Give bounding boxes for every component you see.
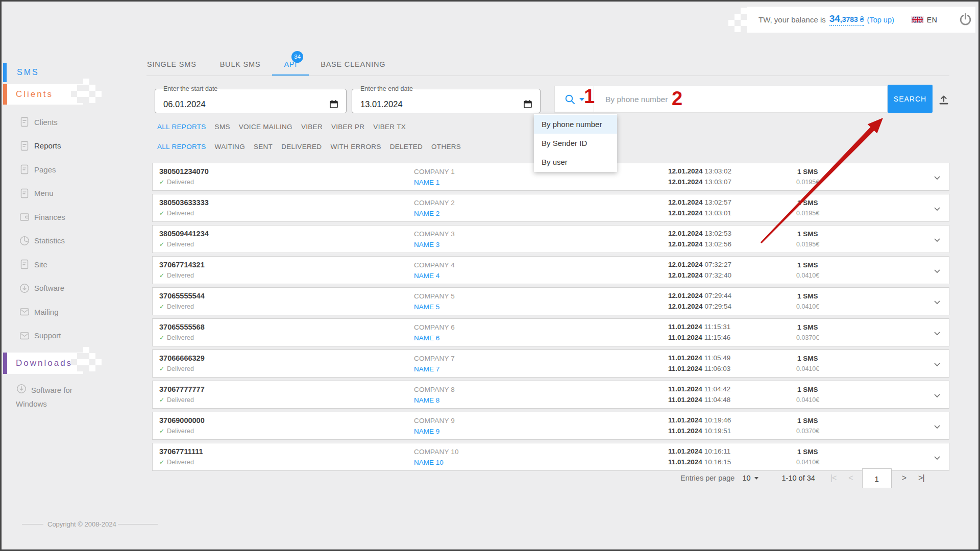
mail-icon bbox=[19, 306, 30, 317]
status-filter[interactable]: DELETED bbox=[390, 143, 423, 151]
pagination: Entries per page 10 1-10 of 34 |< < 1 > … bbox=[680, 467, 949, 489]
company-label: COMPANY 9 bbox=[414, 417, 455, 424]
status-filter[interactable]: WITH ERRORS bbox=[330, 143, 381, 151]
sidebar-item-software-for-windows[interactable]: Software for Windows bbox=[16, 383, 95, 411]
sidebar-item[interactable]: Clients bbox=[2, 110, 119, 134]
checker-deco bbox=[83, 359, 89, 365]
end-date-input[interactable] bbox=[360, 99, 488, 109]
status-filter[interactable]: SENT bbox=[254, 143, 273, 151]
sidebar-section-sms[interactable]: SMS bbox=[17, 63, 39, 82]
sender-name-link[interactable]: NAME 4 bbox=[414, 272, 439, 280]
sender-name-link[interactable]: NAME 6 bbox=[414, 334, 439, 342]
report-type-filter[interactable]: VOICE MAILING bbox=[239, 123, 292, 131]
search-type-dropdown: By phone number By Sender ID By user bbox=[534, 114, 617, 172]
sidebar-item-icon bbox=[19, 188, 30, 199]
report-type-filter[interactable]: ALL REPORTS bbox=[157, 123, 206, 131]
search-type-option[interactable]: By user bbox=[534, 153, 617, 171]
report-row[interactable]: 37067714321 ✓Delivered COMPANY 4 NAME 4 … bbox=[152, 256, 949, 284]
status-filter[interactable]: DELIVERED bbox=[281, 143, 322, 151]
sender-name-link[interactable]: NAME 10 bbox=[414, 459, 444, 466]
sidebar-item[interactable]: Menu bbox=[2, 182, 119, 206]
next-page-icon[interactable]: > bbox=[902, 473, 906, 483]
expand-chevron-icon[interactable] bbox=[930, 233, 944, 248]
sidebar-section-clients[interactable]: Clients bbox=[16, 84, 53, 105]
sms-price: 0.0410€ bbox=[796, 396, 819, 404]
expand-chevron-icon[interactable] bbox=[930, 295, 944, 311]
expand-chevron-icon[interactable] bbox=[930, 327, 944, 342]
calendar-icon[interactable] bbox=[523, 99, 533, 111]
last-page-icon[interactable]: >| bbox=[918, 473, 924, 483]
entries-per-page-select[interactable]: 10 bbox=[742, 474, 758, 482]
phone-number: 380503633333 bbox=[159, 198, 209, 207]
report-row[interactable]: 37069000000 ✓Delivered COMPANY 9 NAME 9 … bbox=[152, 412, 949, 440]
sidebar-item[interactable]: Pages bbox=[2, 158, 119, 182]
balance-amount[interactable]: 34,3783 ₴ bbox=[829, 13, 864, 26]
report-type-filters: ALL REPORTS SMS VOICE MAILING VIBER VIBE… bbox=[157, 123, 406, 131]
language-selector[interactable]: EN bbox=[927, 16, 937, 24]
sidebar-item[interactable]: Support bbox=[2, 324, 119, 348]
start-date-field[interactable]: Enter the start date bbox=[155, 85, 347, 113]
sidebar-item[interactable]: Finances bbox=[2, 205, 119, 229]
sidebar-item-label: Clients bbox=[34, 118, 58, 127]
sidebar-item-icon bbox=[19, 140, 30, 152]
top-up-link[interactable]: (Top up) bbox=[867, 16, 894, 24]
expand-chevron-icon[interactable] bbox=[930, 358, 944, 373]
start-date-input[interactable] bbox=[163, 99, 291, 109]
expand-chevron-icon[interactable] bbox=[930, 389, 944, 404]
status-filter[interactable]: OTHERS bbox=[431, 143, 461, 151]
sidebar-item[interactable]: Statistics bbox=[2, 229, 119, 253]
company-label: COMPANY 6 bbox=[414, 323, 455, 331]
sidebar-item[interactable]: Reports bbox=[2, 134, 119, 158]
sidebar-item[interactable]: Mailing bbox=[2, 300, 119, 324]
sender-name-link[interactable]: NAME 2 bbox=[414, 210, 439, 217]
tab[interactable]: API 34 bbox=[272, 53, 309, 76]
expand-chevron-icon[interactable] bbox=[930, 171, 944, 186]
sidebar-item[interactable]: Software bbox=[2, 277, 119, 300]
report-type-filter[interactable]: VIBER TX bbox=[373, 123, 406, 131]
sender-name-link[interactable]: NAME 9 bbox=[414, 428, 439, 435]
report-tabs: SINGLE SMS BULK SMS API 34 BASE CLEANING bbox=[135, 53, 397, 76]
page-number-input[interactable]: 1 bbox=[862, 468, 892, 488]
report-type-filter[interactable]: SMS bbox=[215, 123, 230, 131]
sidebar-item[interactable]: Site bbox=[2, 253, 119, 277]
search-input[interactable] bbox=[594, 86, 887, 112]
report-row[interactable]: 37065555544 ✓Delivered COMPANY 5 NAME 5 … bbox=[152, 287, 949, 315]
sms-count: 1 SMS bbox=[797, 323, 818, 331]
sender-name-link[interactable]: NAME 5 bbox=[414, 303, 439, 311]
prev-page-icon[interactable]: < bbox=[848, 473, 852, 483]
sender-name-link[interactable]: NAME 7 bbox=[414, 365, 439, 373]
first-page-icon[interactable]: |< bbox=[830, 473, 837, 483]
sender-name-link[interactable]: NAME 1 bbox=[414, 179, 439, 186]
sender-name-link[interactable]: NAME 8 bbox=[414, 396, 439, 404]
search-button[interactable]: SEARCH bbox=[888, 85, 933, 113]
search-type-option[interactable]: By Sender ID bbox=[534, 134, 617, 153]
status-filter[interactable]: ALL REPORTS bbox=[157, 143, 206, 151]
sender-name-link[interactable]: NAME 3 bbox=[414, 241, 439, 248]
logout-power-icon[interactable] bbox=[959, 13, 972, 27]
expand-chevron-icon[interactable] bbox=[930, 202, 944, 217]
check-icon: ✓ bbox=[159, 210, 164, 217]
checker-deco bbox=[734, 14, 741, 20]
report-row[interactable]: 37065555568 ✓Delivered COMPANY 6 NAME 6 … bbox=[152, 318, 949, 346]
search-type-option[interactable]: By phone number bbox=[534, 115, 617, 134]
calendar-icon[interactable] bbox=[329, 99, 339, 111]
sent-datetime: 11.01.202411:04:42 bbox=[668, 385, 730, 393]
upload-icon[interactable] bbox=[938, 93, 950, 108]
expand-chevron-icon[interactable] bbox=[930, 264, 944, 280]
report-type-filter[interactable]: VIBER PR bbox=[331, 123, 364, 131]
tab[interactable]: BASE CLEANING bbox=[309, 53, 397, 76]
status-filter[interactable]: WAITING bbox=[215, 143, 245, 151]
report-row[interactable]: 37066666329 ✓Delivered COMPANY 7 NAME 7 … bbox=[152, 349, 949, 378]
report-type-filter[interactable]: VIBER bbox=[301, 123, 323, 131]
sidebar-item-icon bbox=[19, 259, 30, 270]
end-date-field[interactable]: Enter the end date bbox=[352, 85, 541, 113]
expand-chevron-icon[interactable] bbox=[930, 420, 944, 435]
tab[interactable]: BULK SMS bbox=[208, 53, 273, 76]
delivery-status: ✓Delivered bbox=[159, 365, 194, 372]
expand-chevron-icon[interactable] bbox=[930, 451, 944, 466]
sidebar-item-icon bbox=[19, 164, 30, 175]
tab[interactable]: SINGLE SMS bbox=[135, 53, 208, 76]
delivery-status: ✓Delivered bbox=[159, 459, 194, 466]
sidebar-section-downloads[interactable]: Downloads bbox=[16, 353, 72, 374]
report-row[interactable]: 37067777777 ✓Delivered COMPANY 8 NAME 8 … bbox=[152, 381, 949, 409]
